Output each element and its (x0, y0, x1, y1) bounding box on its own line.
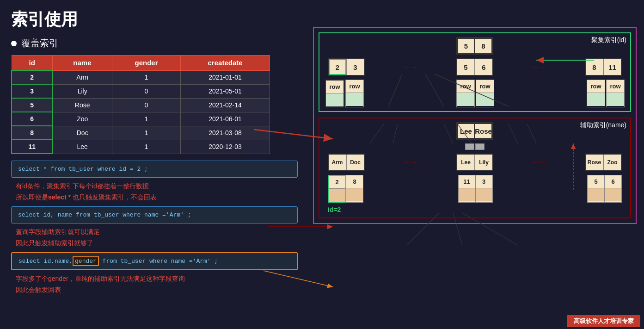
sec-id-pair-1: 11 3 (458, 175, 493, 203)
table-row: 3Lily02021-05-01 (12, 84, 270, 98)
cell-date: 2021-02-14 (181, 98, 270, 112)
cell-date: 2021-01-01 (181, 70, 270, 84)
leaf-1-1-top: row (476, 80, 494, 93)
cell-name: Arm (53, 70, 112, 84)
cell-name: Doc (53, 126, 112, 140)
cell-id: 11 (12, 140, 53, 154)
level1-arrow-1: ←→ (532, 63, 546, 71)
cell-gender: 0 (112, 84, 180, 98)
sec-id-2-1-val: 6 (605, 175, 621, 188)
cell-id: 2 (12, 70, 53, 84)
sec-id-pair-2: 5 6 (587, 175, 622, 203)
code-box-2: select id, name from tb_user where name … (11, 206, 298, 223)
table-row: 6Zoo12021-06-01 (12, 112, 270, 126)
leaf-1-1-bot (476, 93, 494, 106)
sec-ids-row: 2 8 11 (323, 175, 626, 203)
table-row: 2Arm12021-01-01 (12, 70, 270, 84)
cell-gender: 1 (112, 126, 180, 140)
left-panel: 覆盖索引 id name gender createdate 2Arm12021… (11, 37, 298, 297)
leaf-2-1-top: row (607, 80, 624, 93)
sec-id-2-0-val: 5 (588, 175, 604, 188)
cell-name: Lily (53, 84, 112, 98)
code-box-3: select id,name,gender from tb_user where… (11, 252, 298, 270)
cell-gender: 0 (112, 98, 180, 112)
sec-id-pair-0: 2 8 (328, 175, 363, 203)
col-name: name (53, 56, 112, 71)
sec-l1-2: Rose Zoo (585, 154, 622, 171)
sec-l1-0: Arm Doc (328, 154, 365, 171)
sec-id-0-0: 2 (328, 175, 346, 203)
sec-l1-2-1: Zoo (603, 155, 621, 170)
cell-gender: 1 (112, 112, 180, 126)
sec-dividers (323, 143, 626, 150)
col-gender: gender (112, 56, 180, 71)
sec-l1-1-1: Lily (475, 155, 492, 170)
l1-cell-1-1: 6 (475, 59, 492, 75)
cell-id: 6 (12, 112, 53, 126)
sec-l1-1: Lee Lily (456, 154, 493, 171)
cell-id: 3 (12, 84, 53, 98)
annot-1-line2: 所以即便是select * 也只触发聚集索引，不会回表 (11, 193, 298, 202)
leaf-pair-1: row row (456, 80, 494, 107)
watermark: 高级软件人才培训专家 (567, 315, 640, 327)
leaf-0-1-top: row (346, 80, 363, 93)
sec-id-0-0-val: 2 (329, 176, 345, 189)
root-cell-0: 5 (457, 38, 475, 54)
cluster-label: 聚集索引(id) (591, 36, 626, 44)
secondary-label: 辅助索引(name) (580, 121, 626, 130)
col-id: id (12, 56, 53, 71)
bullet-dot (11, 41, 17, 46)
sec-root-node: Lee Rose (456, 122, 493, 140)
annot-2-line2: 因此只触发辅助索引就够了 (11, 239, 298, 248)
cell-date: 2021-03-08 (181, 126, 270, 140)
sec-root-0: Lee (457, 123, 475, 139)
l1-cell-2-1: 11 (603, 59, 621, 75)
sec-id-1-1-val: 3 (476, 175, 492, 188)
cell-gender: 1 (112, 70, 180, 84)
table-row: 5Rose02021-02-14 (12, 98, 270, 112)
sec-arrow-1: ←→ (532, 158, 546, 167)
cell-id: 5 (12, 98, 53, 112)
leaf-2-0-top: row (587, 80, 605, 93)
code-box-1: select * from tb_user where id = 2 ; (11, 161, 298, 178)
cell-name: Rose (53, 98, 112, 112)
sec-id-1-0-val: 11 (459, 175, 475, 188)
cell-gender: 1 (112, 140, 180, 154)
sec-l1-1-0: Lee (457, 155, 475, 170)
leaf-0-0-top: row (326, 81, 343, 93)
leaf-2-1-bot (607, 93, 624, 106)
leaf-2-0-bot (587, 93, 605, 106)
l1-cell-0-0: 2 (329, 59, 346, 75)
sec-l1-0-0: Arm (329, 155, 346, 170)
cell-name: Lee (53, 140, 112, 154)
annot-1-line1: 有id条件，聚集索引下每个id都挂着一整行数据 (11, 182, 298, 191)
data-table: id name gender createdate 2Arm12021-01-0… (11, 55, 270, 154)
sec-l1-2-0: Rose (586, 155, 603, 170)
table-row: 8Doc12021-03-08 (12, 126, 270, 140)
code-text-1: select * from tb_user where id = 2 ; (18, 166, 148, 173)
right-panel: 回表 查询 聚集索引(id) 5 8 (313, 27, 637, 224)
leaf-0-1-bot (346, 93, 363, 106)
root-node: 5 8 (456, 37, 493, 55)
cell-name: Zoo (53, 112, 112, 126)
level1-arrow-0: ←→ (403, 63, 418, 71)
root-cell-1: 8 (475, 38, 492, 54)
bullet-title: 覆盖索引 (11, 37, 298, 50)
col-date: createdate (181, 56, 270, 71)
sec-id-0-1: 8 (346, 175, 363, 203)
sec-level1-row: Arm Doc ←→ Lee Lily ←→ Rose Zoo (323, 154, 626, 171)
id2-label: id=2 (323, 205, 626, 214)
annot-3-line1: 字段多了个gender，单纯的辅助索引无法满足这种字段查询 (11, 275, 298, 283)
leaf-1-0-top: row (457, 80, 474, 93)
leaf-0-0-bot (326, 93, 343, 106)
leaf-pair-2: row row (587, 80, 625, 107)
cell-date: 2020-12-03 (181, 140, 270, 154)
leaf-1-0-bot (457, 93, 474, 106)
l1-cell-2-0: 8 (586, 59, 603, 75)
cluster-section: 聚集索引(id) 5 8 2 3 (319, 32, 631, 112)
level1-node-0: 2 3 (328, 58, 365, 76)
level1-node-2: 8 11 (585, 58, 622, 76)
leaf-row: row row row (323, 80, 626, 107)
annot-3-line2: 因此会触发回表 (11, 286, 298, 294)
level1-row: 2 3 ←→ 5 6 ←→ (323, 58, 626, 76)
